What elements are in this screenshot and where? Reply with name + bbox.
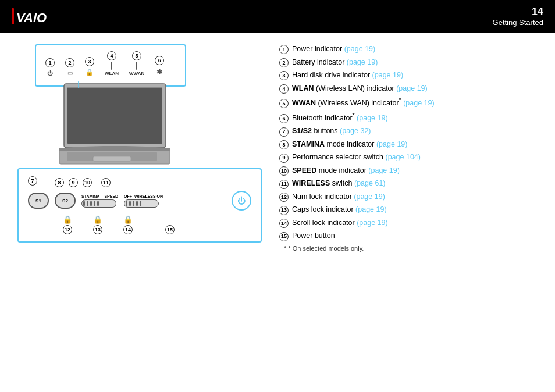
num-15-group: . 15 — [165, 215, 175, 234]
list-item-5: 5 WWAN (Wireless WAN) indicator* (page 1… — [279, 97, 538, 109]
list-item-6: 6 Bluetooth indicator* (page 19) — [279, 112, 538, 124]
num-12-group: 🔒 12 — [63, 215, 72, 234]
svg-text:VAIO: VAIO — [16, 10, 47, 25]
badge-6: 6 — [279, 114, 289, 123]
num-15: 15 — [165, 225, 175, 234]
page-info: 14 Getting Started — [493, 6, 543, 27]
badge-7: 7 — [279, 127, 289, 137]
list-item-8: 8 STAMINA mode indicator (page 19) — [279, 140, 538, 150]
svg-rect-0 — [12, 8, 14, 24]
link-6[interactable]: (page 19) — [357, 114, 388, 122]
bottom-diagram-wrapper: 7 8 9 10 11 — [17, 168, 262, 243]
list-item-14: 14 Scroll lock indicator (page 19) — [279, 218, 538, 229]
s1-button: S1 — [28, 193, 49, 209]
footnote: * * On selected models only. — [279, 245, 538, 252]
num-10: 10 — [83, 178, 92, 187]
link-4[interactable]: (page 19) — [396, 84, 428, 92]
num-14: 14 — [123, 225, 133, 234]
page-header: VAIO 14 Getting Started — [0, 0, 555, 33]
wireless-switch: OFF WIRELESS ON — [124, 194, 163, 208]
num-1: 1 — [45, 58, 55, 67]
num-7-group: 7 — [28, 176, 37, 187]
indicator-1: 1 ⏻ — [45, 58, 55, 76]
svg-rect-8 — [93, 156, 131, 161]
badge-13: 13 — [279, 206, 289, 215]
link-9[interactable]: (page 104) — [385, 153, 420, 161]
stamina-speed-switch: STAMINA SPEED — [81, 194, 118, 208]
badge-5: 5 — [279, 99, 289, 108]
link-12[interactable]: (page 19) — [354, 193, 385, 201]
indicator-3: 3 🔒 — [85, 57, 94, 76]
lock-icon-13: 🔒 — [93, 215, 102, 224]
list-item-9: 9 Performance selector switch (page 104) — [279, 152, 538, 163]
num-13: 13 — [93, 225, 102, 234]
link-2[interactable]: (page 19) — [347, 58, 378, 66]
num-14-group: 🔒 14 — [123, 215, 133, 234]
section-title: Getting Started — [493, 18, 543, 27]
list-item-13: 13 Caps lock indicator (page 19) — [279, 205, 538, 215]
top-diagram-wrapper: 1 ⏻ 2 ▭ 3 🔒 4 WLAN — [23, 44, 262, 174]
indicator-6: 6 ✱ — [155, 56, 164, 76]
num-3: 3 — [85, 57, 94, 66]
num-4: 4 — [107, 51, 116, 60]
num-6: 6 — [155, 56, 164, 65]
link-8[interactable]: (page 19) — [376, 140, 408, 148]
indicator-row: 1 ⏻ 2 ▭ 3 🔒 4 WLAN — [45, 51, 176, 80]
indicator-5: 5 WWAN — [129, 51, 144, 76]
list-item-12: 12 Num lock indicator (page 19) — [279, 192, 538, 202]
laptop-svg — [47, 81, 186, 171]
list-item-11: 11 WIRELESS switch (page 61) — [279, 179, 538, 189]
num-8-group: 8 — [55, 178, 64, 187]
lock-icon-14: 🔒 — [123, 215, 133, 224]
num-2: 2 — [65, 58, 74, 67]
indicator-2: 2 ▭ — [65, 58, 74, 76]
link-7[interactable]: (page 32) — [340, 127, 371, 135]
footnote-star: * — [284, 245, 286, 252]
badge-3: 3 — [279, 71, 289, 80]
svg-rect-4 — [67, 87, 162, 88]
wireless-slider — [124, 199, 159, 208]
badge-12: 12 — [279, 193, 289, 202]
main-content: 1 ⏻ 2 ▭ 3 🔒 4 WLAN — [0, 33, 555, 392]
vaio-logo: VAIO — [12, 6, 64, 27]
num-13-group: 🔒 13 — [93, 215, 102, 234]
bottom-top-row: 7 8 9 10 11 — [28, 176, 251, 191]
lock-icon-12: 🔒 — [63, 215, 72, 224]
badge-2: 2 — [279, 58, 289, 67]
s2-button: S2 — [55, 193, 76, 209]
link-13[interactable]: (page 19) — [355, 205, 387, 213]
num-5: 5 — [132, 51, 141, 60]
num-9-group: 9 — [69, 178, 78, 187]
svg-rect-9 — [59, 148, 170, 151]
item-list: 1 Power indicator (page 19) 2 Battery in… — [273, 44, 538, 380]
lock-icons-row: 🔒 12 🔒 13 🔒 14 . 15 — [28, 211, 251, 234]
link-5[interactable]: (page 19) — [403, 99, 435, 107]
badge-1: 1 — [279, 45, 289, 54]
link-3[interactable]: (page 19) — [372, 71, 404, 79]
diagram-area: 1 ⏻ 2 ▭ 3 🔒 4 WLAN — [17, 44, 262, 380]
stamina-speed-slider — [81, 199, 116, 208]
badge-10: 10 — [279, 166, 289, 176]
list-item-3: 3 Hard disk drive indicator (page 19) — [279, 70, 538, 81]
indicator-4: 4 WLAN — [105, 51, 119, 76]
num-9: 9 — [69, 178, 78, 187]
badge-9: 9 — [279, 154, 289, 163]
badge-11: 11 — [279, 180, 289, 189]
num-12: 12 — [63, 225, 72, 234]
badge-14: 14 — [279, 219, 289, 228]
laptop-diagram — [47, 81, 198, 174]
page-number: 14 — [493, 6, 543, 17]
link-14[interactable]: (page 19) — [357, 219, 388, 227]
vaio-logo-svg: VAIO — [12, 6, 64, 27]
link-11[interactable]: (page 61) — [354, 179, 386, 187]
bottom-indicator-box: 7 8 9 10 11 — [17, 168, 262, 243]
power-button-icon: ⏻ — [232, 191, 251, 211]
list-item-7: 7 S1/S2 buttons (page 32) — [279, 126, 538, 137]
num-8: 8 — [55, 178, 64, 187]
link-1[interactable]: (page 19) — [344, 45, 376, 53]
list-item-1: 1 Power indicator (page 19) — [279, 44, 538, 55]
list-item-4: 4 WLAN (Wireless LAN) indicator (page 19… — [279, 84, 538, 94]
badge-8: 8 — [279, 140, 289, 149]
list-item-15: 15 Power button — [279, 231, 538, 241]
link-10[interactable]: (page 19) — [368, 166, 400, 174]
